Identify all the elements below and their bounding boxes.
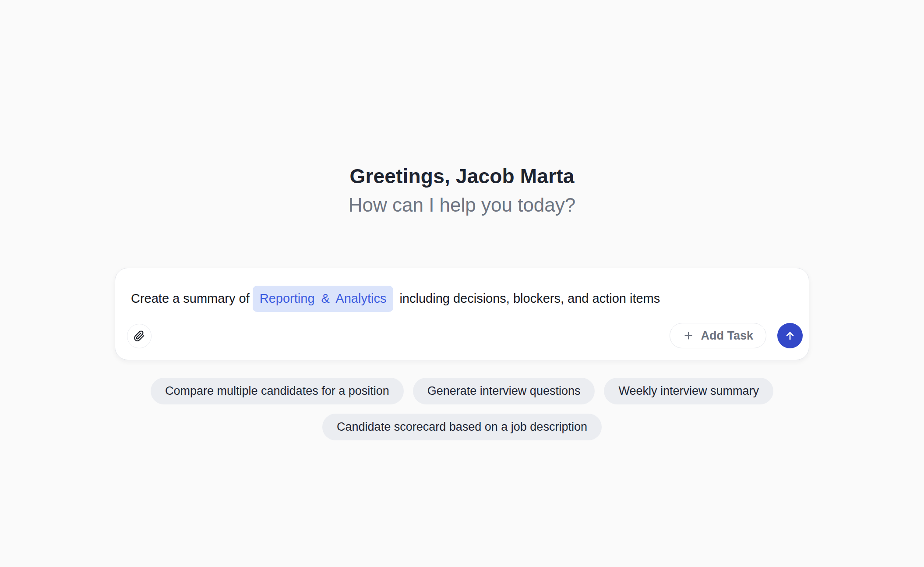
send-button[interactable] [777,323,803,348]
prompt-input[interactable]: Create a summary ofReporting & Analytics… [131,286,793,312]
page-root: Greetings, Jacob Marta How can I help yo… [0,0,924,567]
attach-button[interactable] [127,324,152,348]
suggestions-row-2: Candidate scorecard based on a job descr… [322,414,602,440]
suggestion-pill[interactable]: Weekly interview summary [604,378,773,404]
suggestions-block: Compare multiple candidates for a positi… [151,378,773,440]
arrow-up-icon [784,330,796,342]
topic-chip[interactable]: Reporting & Analytics [253,286,394,312]
add-task-label: Add Task [701,329,753,343]
prompt-text-after: including decisions, blockers, and actio… [399,291,660,305]
greeting-subtitle: How can I help you today? [349,193,576,217]
prompt-text-before: Create a summary of [131,291,250,305]
composer-actions: Add Task [670,323,803,348]
suggestion-pill[interactable]: Candidate scorecard based on a job descr… [322,414,602,440]
plus-icon [683,330,694,341]
paperclip-icon [134,330,145,342]
greeting-block: Greetings, Jacob Marta How can I help yo… [349,164,576,217]
suggestion-pill[interactable]: Compare multiple candidates for a positi… [151,378,404,404]
add-task-button[interactable]: Add Task [670,323,766,348]
greeting-title: Greetings, Jacob Marta [349,164,576,188]
prompt-composer: Create a summary ofReporting & Analytics… [115,268,809,360]
suggestions-row-1: Compare multiple candidates for a positi… [151,378,773,404]
suggestion-pill[interactable]: Generate interview questions [413,378,595,404]
